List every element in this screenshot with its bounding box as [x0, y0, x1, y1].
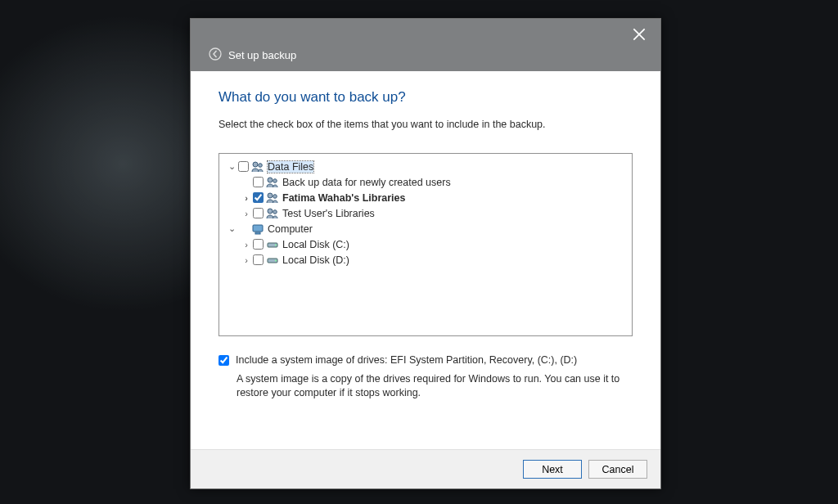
expand-icon[interactable]: ›	[241, 209, 252, 218]
tree-node-checkbox[interactable]	[253, 254, 264, 265]
tree-node[interactable]: ⌄Data Files	[223, 159, 627, 174]
page-instruction: Select the check box of the items that y…	[219, 119, 633, 130]
tree-node-label[interactable]: Data Files	[268, 161, 313, 173]
expand-icon[interactable]: ›	[241, 193, 252, 203]
dialog-content: What do you want to back up? Select the …	[191, 71, 660, 449]
system-image-description: A system image is a copy of the drives r…	[237, 372, 633, 400]
cancel-button[interactable]: Cancel	[588, 460, 647, 479]
tree-node-label[interactable]: Computer	[268, 223, 313, 235]
system-image-label[interactable]: Include a system image of drives: EFI Sy…	[236, 354, 577, 366]
tree-node-label[interactable]: Test User's Libraries	[282, 208, 375, 219]
tree-node[interactable]: ›Test User's Libraries	[223, 205, 627, 221]
tree-node-checkbox[interactable]	[253, 239, 264, 250]
backup-items-tree[interactable]: ⌄Data Files Back up data for newly creat…	[219, 153, 633, 336]
expand-icon[interactable]: ›	[241, 255, 252, 265]
tree-node-checkbox[interactable]	[253, 192, 264, 203]
collapse-icon[interactable]: ⌄	[226, 161, 237, 172]
users-icon	[266, 207, 279, 220]
drive-icon	[266, 254, 279, 267]
wizard-back-icon[interactable]	[209, 47, 222, 63]
users-icon	[266, 176, 279, 189]
page-heading: What do you want to back up?	[219, 89, 633, 106]
tree-node-checkbox[interactable]	[238, 161, 249, 172]
dialog-footer: Next Cancel	[191, 449, 660, 488]
system-image-checkbox[interactable]	[219, 355, 229, 366]
tree-node-label[interactable]: Local Disk (C:)	[282, 239, 349, 250]
close-button[interactable]	[624, 24, 654, 45]
tree-node-checkbox[interactable]	[253, 208, 264, 218]
users-icon	[266, 191, 279, 205]
tree-node-checkbox[interactable]	[253, 177, 264, 187]
users-icon	[251, 160, 264, 173]
tree-node[interactable]: Back up data for newly created users	[223, 174, 627, 190]
setup-backup-dialog: Set up backup What do you want to back u…	[190, 18, 661, 489]
tree-node[interactable]: ⌄Computer	[223, 221, 627, 236]
window-title: Set up backup	[228, 49, 296, 61]
titlebar: Set up backup	[191, 19, 660, 71]
expand-icon[interactable]: ›	[241, 240, 252, 250]
svg-point-0	[210, 48, 221, 60]
drive-icon	[266, 238, 279, 251]
tree-node[interactable]: ›Local Disk (D:)	[223, 252, 627, 268]
next-button[interactable]: Next	[523, 460, 582, 479]
collapse-icon[interactable]: ⌄	[226, 223, 237, 234]
computer-icon	[251, 223, 264, 236]
tree-node-label[interactable]: Local Disk (D:)	[282, 254, 349, 266]
tree-node[interactable]: ›Fatima Wahab's Libraries	[223, 190, 627, 205]
tree-node-label[interactable]: Fatima Wahab's Libraries	[282, 192, 405, 204]
tree-node-label[interactable]: Back up data for newly created users	[282, 177, 451, 188]
tree-node[interactable]: ›Local Disk (C:)	[223, 236, 627, 252]
